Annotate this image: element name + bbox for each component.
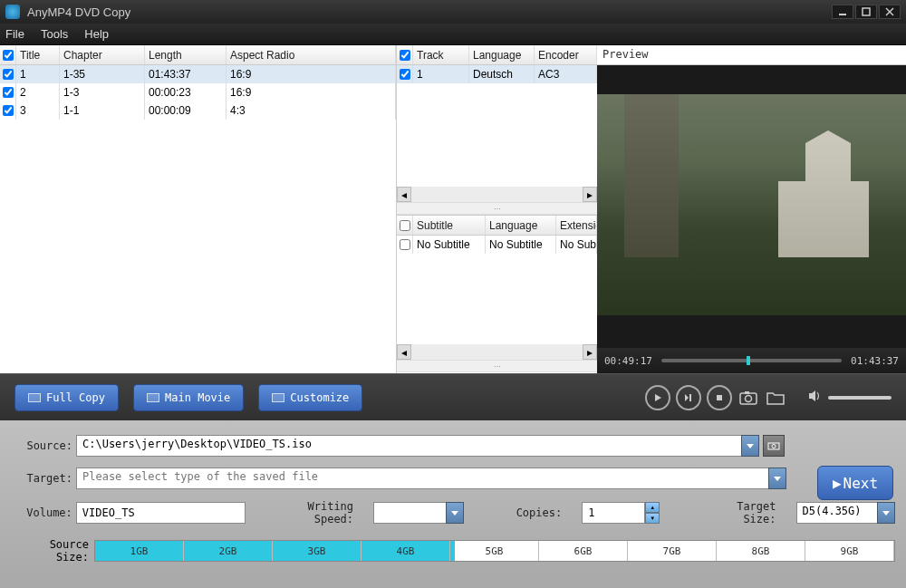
svg-rect-1 <box>863 8 870 15</box>
preview-total-time: 01:43:37 <box>851 355 899 367</box>
app-title: AnyMP4 DVD Copy <box>27 5 130 19</box>
svg-point-14 <box>772 445 776 448</box>
main-movie-icon <box>147 393 159 402</box>
title-select-all[interactable] <box>3 50 14 61</box>
next-arrow-icon: ▶ <box>833 475 842 492</box>
table-row[interactable]: 1 Deutsch AC3 <box>397 65 597 83</box>
writing-speed-input[interactable] <box>373 502 446 524</box>
target-size-label: Target Size: <box>698 500 779 525</box>
row-checkbox[interactable] <box>3 87 14 98</box>
svg-rect-10 <box>745 391 749 394</box>
snapshot-button[interactable] <box>737 388 759 408</box>
titlebar: AnyMP4 DVD Copy <box>0 0 906 24</box>
next-button[interactable]: ▶Next <box>817 466 893 500</box>
minimize-button[interactable] <box>832 5 853 19</box>
row-checkbox[interactable] <box>3 69 14 80</box>
svg-point-9 <box>746 395 752 401</box>
scroll-left-icon[interactable]: ◂ <box>397 187 411 202</box>
svg-marker-12 <box>747 444 754 448</box>
copies-input[interactable] <box>582 502 645 524</box>
source-dropdown-arrow-icon[interactable] <box>741 435 759 457</box>
target-size-input[interactable]: D5(4.35G) <box>796 502 878 524</box>
menu-tools[interactable]: Tools <box>41 27 68 41</box>
target-dropdown-arrow-icon[interactable] <box>768 468 786 489</box>
header-chapter[interactable]: Chapter <box>60 45 145 64</box>
target-input[interactable]: Please select type of the saved file <box>76 468 768 489</box>
table-row[interactable]: 3 1-1 00:00:09 4:3 <box>0 101 396 120</box>
form-area: Source: C:\Users\jerry\Desktop\VIDEO_TS.… <box>0 420 906 588</box>
svg-marker-5 <box>685 394 689 401</box>
subtitle-select-all[interactable] <box>400 220 410 231</box>
close-button[interactable] <box>879 5 901 19</box>
header-language[interactable]: Language <box>469 45 535 64</box>
preview-letterbox-top <box>597 65 906 94</box>
header-encoder[interactable]: Encoder <box>535 45 597 64</box>
maximize-button[interactable] <box>855 5 877 19</box>
volume-label: Volume: <box>11 506 76 519</box>
table-row[interactable]: 2 1-3 00:00:23 16:9 <box>0 83 396 101</box>
svg-marker-16 <box>451 511 458 516</box>
header-length[interactable]: Length <box>145 45 226 64</box>
volume-icon[interactable] <box>808 390 823 405</box>
splitter-handle[interactable]: ⋯ <box>397 202 597 215</box>
preview-label: Preview <box>597 45 906 65</box>
row-checkbox[interactable] <box>3 105 14 116</box>
preview-seekbar[interactable] <box>661 359 842 362</box>
app-logo-icon <box>5 5 20 19</box>
source-size-bar: 1GB 2GB 3GB 4GB 5GB 6GB 7GB 8GB 9GB <box>94 540 895 562</box>
track-select-all[interactable] <box>400 50 410 61</box>
svg-rect-6 <box>689 394 691 401</box>
header-subtitle[interactable]: Subtitle <box>413 216 486 235</box>
preview-letterbox-bottom <box>597 315 906 348</box>
header-title[interactable]: Title <box>16 45 60 64</box>
play-button[interactable] <box>645 385 670 410</box>
writing-speed-arrow-icon[interactable] <box>446 502 464 524</box>
next-frame-button[interactable] <box>676 385 701 410</box>
header-track[interactable]: Track <box>413 45 469 64</box>
open-folder-button[interactable] <box>765 388 786 408</box>
browse-source-button[interactable] <box>763 435 785 457</box>
copies-label: Copies: <box>516 506 566 519</box>
preview-video[interactable] <box>597 94 906 315</box>
full-copy-icon <box>28 393 41 402</box>
target-size-arrow-icon[interactable] <box>877 502 895 524</box>
header-aspect[interactable]: Aspect Radio <box>226 45 396 64</box>
scroll-right-icon[interactable]: ▸ <box>583 344 597 360</box>
toolbar: Full Copy Main Movie Customize <box>0 373 906 420</box>
source-size-label: Source Size: <box>11 538 94 564</box>
header-sub-language[interactable]: Language <box>486 216 556 235</box>
scroll-track[interactable] <box>411 187 583 202</box>
scroll-left-icon[interactable]: ◂ <box>397 344 411 360</box>
svg-rect-7 <box>717 395 722 400</box>
svg-marker-4 <box>655 394 661 401</box>
preview-panel: Preview 00:49:17 01:43:37 <box>597 45 906 373</box>
volume-input[interactable] <box>76 502 246 524</box>
menu-file[interactable]: File <box>5 27 24 41</box>
copies-up-button[interactable]: ▲ <box>645 502 660 513</box>
preview-current-time: 00:49:17 <box>604 355 652 367</box>
title-list: Title Chapter Length Aspect Radio 1 1-35… <box>0 45 396 373</box>
splitter-handle[interactable]: ⋯ <box>397 360 597 372</box>
row-checkbox[interactable] <box>400 239 410 250</box>
menubar: File Tools Help <box>0 24 906 45</box>
svg-marker-15 <box>774 477 781 481</box>
volume-slider[interactable] <box>828 396 892 400</box>
track-subtitle-panel: Track Language Encoder 1 Deutsch AC3 ◂ ▸… <box>396 45 597 373</box>
table-row[interactable]: 1 1-35 01:43:37 16:9 <box>0 65 396 83</box>
target-label: Target: <box>11 472 76 485</box>
writing-speed-label: Writing Speed: <box>262 500 357 525</box>
scroll-track[interactable] <box>411 344 583 360</box>
stop-button[interactable] <box>707 385 732 410</box>
svg-marker-11 <box>809 390 815 401</box>
scroll-right-icon[interactable]: ▸ <box>583 187 597 202</box>
menu-help[interactable]: Help <box>84 27 109 41</box>
copies-down-button[interactable]: ▼ <box>645 513 660 524</box>
full-copy-button[interactable]: Full Copy <box>14 384 119 411</box>
row-checkbox[interactable] <box>400 69 410 80</box>
header-extension[interactable]: Extension <box>556 216 597 235</box>
source-input[interactable]: C:\Users\jerry\Desktop\VIDEO_TS.iso <box>76 435 741 457</box>
customize-button[interactable]: Customize <box>258 384 362 411</box>
main-movie-button[interactable]: Main Movie <box>133 384 244 411</box>
table-row[interactable]: No Subtitle No Subtitle No Subtitle <box>397 236 597 254</box>
svg-marker-17 <box>882 511 890 516</box>
